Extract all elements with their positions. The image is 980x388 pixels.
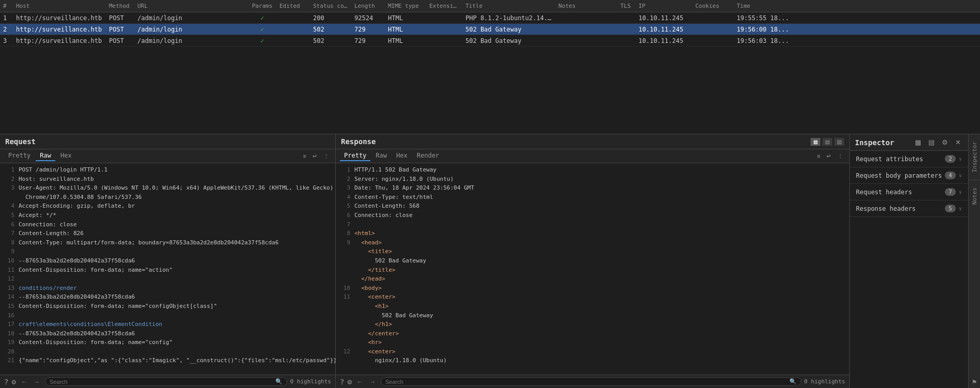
response-line: 8<html> xyxy=(340,229,845,238)
col-header-ext: Extension xyxy=(426,3,462,9)
request-line: 18--87653a3ba2d2e8db204042a37f58cda6 xyxy=(4,329,331,338)
response-panel: Response ▦ ▤ ▧ Pretty Raw Hex Render ≡ ↵… xyxy=(336,134,850,388)
response-content: 1HTTP/1.1 502 Bad Gateway2Server: nginx/… xyxy=(336,163,849,375)
response-line: 502 Bad Gateway xyxy=(340,256,845,266)
col-header-ip: IP xyxy=(635,3,692,9)
col-header-edited: Edited xyxy=(276,3,310,9)
response-line: 7 xyxy=(340,220,845,229)
bottom-section: Request Pretty Raw Hex ≡ ↵ ⋮ 1POST /admi… xyxy=(0,134,980,388)
side-tab-flag-icon[interactable]: ⚑ xyxy=(970,376,978,388)
inspector-item[interactable]: Request headers 7 ∨ xyxy=(850,184,968,200)
tab-response-render[interactable]: Render xyxy=(413,151,443,161)
request-more-options[interactable]: ⋮ xyxy=(321,152,331,161)
response-nav-forward[interactable]: → xyxy=(368,378,378,386)
table-row[interactable]: 1 http://surveillance.htb POST /admin/lo… xyxy=(0,12,980,24)
request-nav-forward[interactable]: → xyxy=(32,378,42,386)
cell-status: 200 xyxy=(310,14,351,22)
cell-ip: 10.10.11.245 xyxy=(635,14,692,22)
side-tab-inspector[interactable]: Inspector xyxy=(970,138,979,176)
chevron-down-icon: ∨ xyxy=(959,173,962,178)
response-nav-back[interactable]: ← xyxy=(355,378,365,386)
col-header-status: Status code xyxy=(310,3,351,9)
cell-params: ✓ xyxy=(248,37,276,44)
col-header-length: Length xyxy=(351,3,385,9)
proxy-table-section: # Host Method URL Params Edited Status c… xyxy=(0,0,980,134)
response-view-toggle[interactable]: ≡ xyxy=(815,152,822,160)
response-line: 12 <center> xyxy=(340,347,845,356)
inspector-item-label: Request headers xyxy=(856,189,945,196)
cell-title: 502 Bad Gateway xyxy=(462,37,555,44)
response-line: 3Date: Thu, 18 Apr 2024 23:56:04 GMT xyxy=(340,183,845,193)
cell-length: 92524 xyxy=(351,14,385,22)
cell-url: /admin/login xyxy=(134,14,248,22)
request-line: 20 xyxy=(4,347,331,356)
request-help-icon[interactable]: ? xyxy=(4,378,8,386)
inspector-item[interactable]: Request body parameters 4 ∨ xyxy=(850,167,968,184)
cell-params: ✓ xyxy=(248,26,276,33)
tab-response-hex[interactable]: Hex xyxy=(392,151,412,161)
cell-length: 729 xyxy=(351,37,385,44)
response-line: 9 <head> xyxy=(340,238,845,247)
request-line: 15Content-Disposition: form-data; name="… xyxy=(4,302,331,311)
request-search-icon: 🔍 xyxy=(275,378,283,385)
tab-response-raw[interactable]: Raw xyxy=(371,151,391,161)
response-wrap-toggle[interactable]: ↵ xyxy=(825,152,833,161)
response-line: 4Content-Type: text/html xyxy=(340,193,845,202)
response-view-mode-2[interactable]: ▤ xyxy=(822,138,832,146)
col-header-url: URL xyxy=(134,3,248,9)
request-panel-header: Request xyxy=(0,134,335,149)
request-line: 8Content-Type: multipart/form-data; boun… xyxy=(4,238,331,247)
request-highlight-count: 0 highlights xyxy=(290,378,331,385)
request-line: 16 xyxy=(4,311,331,320)
col-header-mime: MIME type xyxy=(385,3,426,9)
response-view-mode-1[interactable]: ▦ xyxy=(811,138,820,146)
request-tabs: Pretty Raw Hex xyxy=(4,151,76,161)
response-line: 11 <center> xyxy=(340,292,845,302)
col-header-host: Host xyxy=(13,3,106,9)
tab-response-pretty[interactable]: Pretty xyxy=(340,151,370,161)
inspector-view-btn-1[interactable]: ▦ xyxy=(913,137,923,147)
response-line: 2Server: nginx/1.18.0 (Ubuntu) xyxy=(340,175,845,184)
table-row[interactable]: 3 http://surveillance.htb POST /admin/lo… xyxy=(0,35,980,46)
inspector-item-badge: 2 xyxy=(945,155,956,163)
request-search-wrap: 🔍 xyxy=(45,377,287,386)
inspector-item[interactable]: Response headers 5 ∨ xyxy=(850,200,968,217)
request-settings-icon[interactable]: ⚙ xyxy=(11,378,15,386)
cell-mime: HTML xyxy=(385,14,426,22)
request-nav-back[interactable]: ← xyxy=(19,378,29,386)
request-search-input[interactable] xyxy=(50,379,275,385)
cell-mime: HTML xyxy=(385,26,426,33)
request-line: 1POST /admin/login HTTP/1.1 xyxy=(4,165,331,175)
inspector-item-label: Request body parameters xyxy=(856,172,945,179)
cell-time: 19:56:03 18... xyxy=(734,37,796,44)
response-help-icon[interactable]: ? xyxy=(340,378,344,386)
response-panel-header: Response ▦ ▤ ▧ xyxy=(336,134,849,149)
response-line: nginx/1.18.0 (Ubuntu) xyxy=(340,356,845,365)
request-wrap-toggle[interactable]: ↵ xyxy=(310,152,319,161)
table-row[interactable]: 2 http://surveillance.htb POST /admin/lo… xyxy=(0,24,980,35)
inspector-item[interactable]: Request attributes 2 ∨ xyxy=(850,151,968,167)
inspector-settings-btn[interactable]: ⚙ xyxy=(940,137,950,147)
response-settings-icon[interactable]: ⚙ xyxy=(347,378,351,386)
response-line: 502 Bad Gateway xyxy=(340,311,845,320)
side-tab: Inspector Notes ⚑ xyxy=(969,134,980,388)
inspector-view-btn-2[interactable]: ▤ xyxy=(926,137,937,147)
cell-num: 2 xyxy=(0,26,13,33)
response-tabs: Pretty Raw Hex Render xyxy=(340,151,443,161)
response-view-mode-3[interactable]: ▧ xyxy=(834,138,844,146)
response-line: </h1> xyxy=(340,320,845,329)
inspector-close-btn[interactable]: ✕ xyxy=(953,137,963,147)
tab-request-pretty[interactable]: Pretty xyxy=(4,151,35,161)
tab-request-hex[interactable]: Hex xyxy=(56,151,76,161)
response-line: 1HTTP/1.1 502 Bad Gateway xyxy=(340,165,845,175)
tab-request-raw[interactable]: Raw xyxy=(36,151,55,161)
inspector-item-label: Response headers xyxy=(856,205,945,212)
response-search-input[interactable] xyxy=(385,379,789,385)
side-tab-notes[interactable]: Notes xyxy=(970,184,979,208)
inspector-item-badge: 5 xyxy=(945,205,956,212)
request-view-toggle[interactable]: ≡ xyxy=(301,152,308,160)
response-more-options[interactable]: ⋮ xyxy=(835,152,845,161)
response-line: <h1> xyxy=(340,302,845,311)
request-line: 12 xyxy=(4,274,331,284)
request-toolbar: Pretty Raw Hex ≡ ↵ ⋮ xyxy=(0,149,335,163)
